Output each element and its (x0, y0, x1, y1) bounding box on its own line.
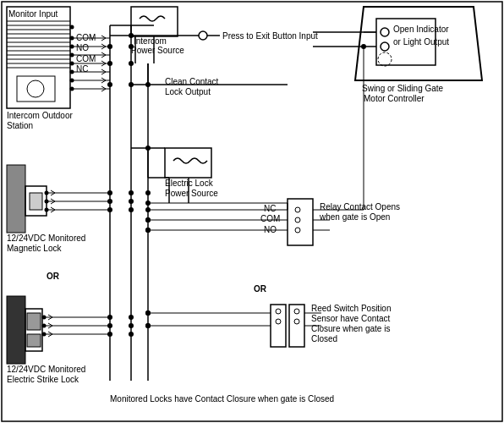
magnetic-lock-label: 12/24VDC Monitored (7, 233, 85, 243)
svg-text:Electric Strike Lock: Electric Strike Lock (7, 375, 79, 384)
intercom-power-source-label: Intercom (134, 36, 167, 46)
or-label-2: OR (254, 284, 267, 294)
svg-point-148 (145, 323, 151, 328)
svg-point-135 (129, 82, 134, 87)
svg-point-133 (129, 61, 134, 66)
svg-point-100 (276, 309, 281, 314)
svg-text:Closed: Closed (311, 334, 337, 343)
svg-text:Lock Output: Lock Output (165, 87, 211, 96)
intercom-outdoor-station-label: Intercom Outdoor (7, 111, 73, 120)
svg-point-132 (107, 61, 112, 66)
electric-strike-label: 12/24VDC Monitored (7, 365, 85, 374)
svg-point-78 (107, 315, 112, 320)
svg-point-29 (199, 31, 207, 40)
svg-point-130 (107, 44, 112, 49)
reed-switch-label: Reed Switch Position (311, 304, 392, 313)
monitored-locks-note: Monitored Locks have Contact Closure whe… (110, 394, 334, 404)
svg-point-101 (276, 319, 281, 324)
svg-point-64 (129, 190, 134, 195)
svg-point-102 (294, 309, 299, 314)
svg-point-116 (378, 52, 392, 66)
svg-rect-51 (7, 165, 25, 233)
svg-point-65 (129, 199, 134, 204)
svg-point-92 (145, 207, 151, 212)
svg-text:Motor Controller: Motor Controller (364, 94, 425, 103)
swing-gate-label: Swing or Sliding Gate (362, 84, 444, 93)
svg-point-61 (107, 190, 112, 195)
svg-text:or Light Output: or Light Output (393, 37, 449, 47)
svg-rect-84 (288, 199, 313, 245)
svg-point-79 (107, 323, 112, 328)
svg-text:Power Source: Power Source (165, 189, 218, 198)
svg-point-147 (145, 310, 151, 316)
svg-point-82 (129, 323, 134, 328)
svg-rect-98 (271, 305, 286, 347)
svg-point-114 (381, 28, 389, 36)
svg-point-86 (295, 217, 300, 222)
svg-point-63 (107, 207, 112, 212)
svg-point-87 (295, 228, 300, 233)
svg-rect-99 (289, 305, 304, 347)
svg-point-134 (107, 82, 112, 87)
svg-point-145 (145, 217, 151, 222)
monitor-input-label: Monitor Input (8, 9, 58, 19)
svg-point-146 (145, 228, 151, 233)
or-label-1: OR (47, 272, 60, 281)
svg-point-123 (361, 44, 366, 49)
svg-point-81 (129, 315, 134, 320)
svg-rect-1 (7, 7, 70, 108)
no-label: NO (76, 43, 89, 52)
electric-lock-power-label: Electric Lock (165, 179, 214, 188)
svg-point-115 (381, 42, 389, 51)
svg-text:Magnetic Lock: Magnetic Lock (7, 244, 62, 253)
svg-point-131 (129, 44, 134, 49)
press-to-exit-label: Press to Exit Button Input (222, 31, 318, 41)
svg-point-62 (107, 199, 112, 204)
svg-point-129 (145, 82, 151, 87)
wiring-diagram: Monitor Input Intercom Outdoor Station C… (0, 0, 504, 423)
svg-point-144 (145, 190, 151, 195)
svg-point-80 (107, 332, 112, 337)
com-relay-label: COM (260, 214, 280, 223)
svg-rect-69 (27, 313, 41, 330)
svg-point-45 (129, 33, 134, 38)
nc-relay-label: NC (264, 204, 276, 213)
svg-rect-53 (30, 193, 42, 210)
svg-text:Closure when gate is: Closure when gate is (311, 324, 390, 333)
svg-point-83 (129, 332, 134, 337)
svg-point-139 (145, 146, 151, 151)
svg-text:Sensor have Contact: Sensor have Contact (311, 314, 391, 323)
com2-label: COM (76, 54, 96, 63)
open-indicator-label: Open Indicator (393, 25, 449, 34)
svg-point-17 (70, 25, 74, 30)
svg-point-103 (294, 319, 299, 324)
svg-rect-14 (17, 76, 55, 102)
svg-text:Station: Station (7, 121, 33, 130)
svg-rect-67 (7, 296, 25, 364)
svg-rect-25 (131, 7, 178, 36)
svg-point-66 (129, 207, 134, 212)
svg-point-85 (295, 207, 300, 212)
svg-point-15 (27, 80, 44, 97)
svg-text:Power Source: Power Source (131, 46, 184, 55)
svg-rect-70 (27, 334, 41, 347)
